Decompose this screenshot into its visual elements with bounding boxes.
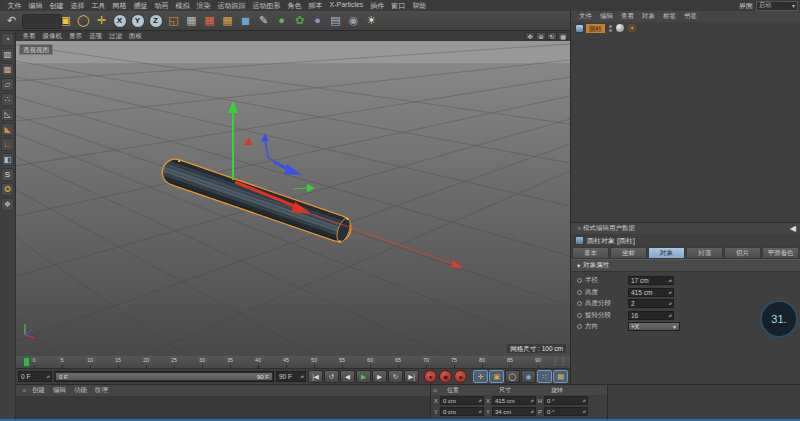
viewport-canvas[interactable]: 透视视图 网格尺寸 : 100 cm [16,41,570,356]
pen-spline-icon[interactable]: ✎ [255,12,272,29]
material-menu-item[interactable]: 编辑 [49,386,70,395]
object-manager-menu-item[interactable]: 文件 [575,12,596,21]
attribute-tab[interactable]: 切片 [724,247,761,259]
keyframe-dot-icon[interactable] [577,313,582,318]
viewport-menu-item[interactable]: 过滤 [106,32,126,41]
undo-icon[interactable]: ↶ [3,12,20,29]
viewport-menu-item[interactable]: 选项 [86,32,106,41]
ruler-grip-icon[interactable]: ⋮⋮ [551,356,567,368]
maximize-view-icon[interactable]: ▦ [558,32,568,40]
field-input[interactable]: 16 ▴▾ ▼ [628,311,674,320]
visibility-dots[interactable] [609,25,612,32]
coordinate-column-header[interactable]: 旋转 [543,386,595,395]
material-menu-item[interactable]: 创建 [28,386,49,395]
model-mode-icon[interactable]: ▧ [1,48,14,61]
object-manager-menu-item[interactable]: 查看 [617,12,638,21]
size-field[interactable]: 415 cm▴▾ [492,396,536,405]
interface-select[interactable]: 启动 ▾ [756,1,798,11]
keyframe-dot-icon[interactable] [577,301,582,306]
timeline-ruler[interactable]: 051015202530354045505560657075808590 ⋮⋮ [16,356,570,369]
menu-item[interactable]: 编辑 [25,1,46,11]
viewport-menu-item[interactable]: 查看 [19,32,39,41]
key-position-button[interactable]: ✛ [473,370,488,383]
attribute-tab[interactable]: 坐标 [610,247,647,259]
collapse-arrow-icon[interactable]: ◀ [790,224,796,233]
menu-item[interactable]: 工具 [88,1,109,11]
goto-end-button[interactable]: ▶| [404,370,419,383]
menu-item[interactable]: 运动图形 [249,1,284,11]
prev-frame-button[interactable]: ◀ [340,370,355,383]
rotation-field[interactable]: 0 °▴▾ [544,407,588,416]
spinner-icon[interactable]: ▴▾ [668,313,671,318]
attribute-menu-item[interactable]: 编辑 [596,224,609,233]
material-menu-item[interactable]: 功能 [70,386,91,395]
key-rotation-button[interactable]: ◯ [505,370,520,383]
spinner-icon[interactable]: ▴▾ [668,301,671,306]
pan-view-icon[interactable]: ✥ [525,32,535,40]
menu-item[interactable]: 角色 [284,1,305,11]
attribute-tab[interactable]: 基本 [572,247,609,259]
record-keyframe-button[interactable]: ● [424,370,437,383]
spinner-icon[interactable]: ▴▾ [668,290,671,295]
viewport-menu-item[interactable]: 显示 [66,32,86,41]
key-scale-button[interactable]: ▣ [489,370,504,383]
current-frame-field[interactable]: 0 F▴▾ [18,371,52,382]
viewport-solo-icon[interactable]: ◧ [1,153,14,166]
coordinate-system-icon[interactable]: ◱ [165,12,182,29]
menu-item[interactable]: 窗口 [388,1,409,11]
key-pla-button[interactable]: ∷ [537,370,552,383]
undo-history-box[interactable] [22,14,62,29]
make-editable-icon[interactable]: ◔ [1,33,14,46]
menu-item[interactable]: 插件 [367,1,388,11]
menu-item[interactable]: 模拟 [172,1,193,11]
viewport-menu-item[interactable]: 面板 [126,32,146,41]
quantize-icon[interactable]: ❖ [1,198,14,211]
attribute-tab[interactable]: 平滑着色 [762,247,799,259]
timeline-playhead[interactable] [23,357,30,367]
floor-object-icon[interactable]: ▤ [327,12,344,29]
object-properties-section[interactable]: ▾ 对象属性 [571,259,800,272]
menu-item[interactable]: 网格 [109,1,130,11]
render-view-icon[interactable]: ▦ [183,12,200,29]
enable-axis-icon[interactable]: ∟ [1,138,14,151]
polygons-mode-icon[interactable]: ◣ [1,123,14,136]
key-parameter-button[interactable]: ◉ [521,370,536,383]
timeline-range-slider[interactable]: 0 F 90 F [54,371,274,382]
viewport-menu-item[interactable]: 摄像机 [39,32,66,41]
keyframe-dot-icon[interactable] [577,324,582,329]
cube-primitive-icon[interactable]: ◼ [237,12,254,29]
keyframe-selection-button[interactable]: ◈ [454,370,467,383]
workplane-lock-icon[interactable]: ✪ [1,183,14,196]
z-axis-lock-icon[interactable]: Z [147,12,164,29]
position-field[interactable]: 0 cm▴▾ [440,407,484,416]
phong-tag-icon[interactable] [616,24,624,32]
next-frame-button[interactable]: ▶ [372,370,387,383]
field-input[interactable]: 17 cm ▴▾ ▼ [628,276,674,285]
panel-menu-icon[interactable]: ≡ [431,387,439,394]
workplane-mode-icon[interactable]: ▱ [1,78,14,91]
rotate-view-icon[interactable]: ↻ [547,32,557,40]
menu-item[interactable]: 运动跟踪 [214,1,249,11]
object-manager-menu-item[interactable]: 书签 [680,12,701,21]
coordinate-column-header[interactable]: 尺寸 [491,386,543,395]
menu-item[interactable]: 渲染 [193,1,214,11]
spinner-icon[interactable]: ▴▾ [478,409,481,414]
attribute-tab[interactable]: 对象 [648,247,685,259]
field-input[interactable]: +X ▴▾ ▼ [628,322,680,331]
render-picture-viewer-icon[interactable]: ▦ [201,12,218,29]
zoom-view-icon[interactable]: ⊕ [536,32,546,40]
menu-item[interactable]: 帮助 [409,1,430,11]
texture-mode-icon[interactable]: ▩ [1,63,14,76]
spinner-icon[interactable]: ▴▾ [582,398,585,403]
spinner-icon[interactable]: ▴▾ [530,409,533,414]
object-manager-menu-item[interactable]: 标签 [659,12,680,21]
end-frame-field[interactable]: 90 F▴▾ [276,371,306,382]
menu-item[interactable]: 脚本 [305,1,326,11]
object-name[interactable]: 圆柱 [586,24,605,33]
field-input[interactable]: 2 ▴▾ ▼ [628,299,674,308]
enable-snap-icon[interactable]: S [1,168,14,181]
spinner-icon[interactable]: ▴▾ [582,409,585,414]
panel-menu-icon[interactable]: ≡ [20,387,28,394]
keyframe-dot-icon[interactable] [577,278,582,283]
spinner-icon[interactable]: ▴▾ [668,278,671,283]
